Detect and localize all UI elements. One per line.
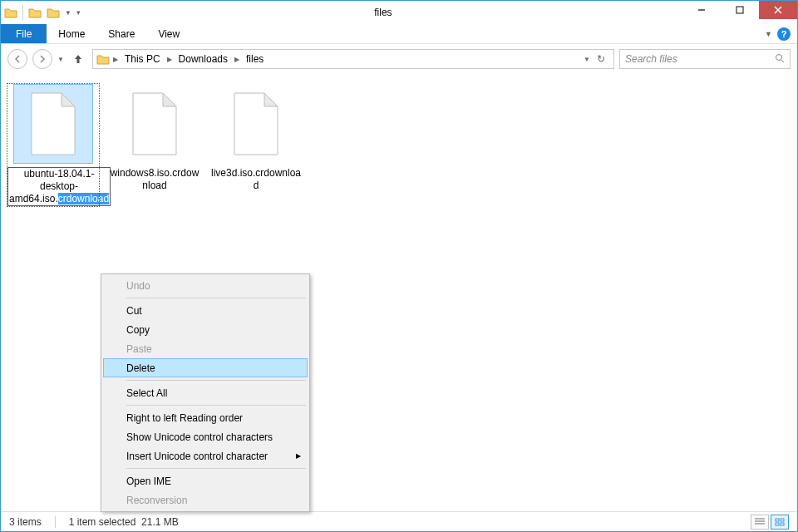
file-label-editing[interactable]: ubuntu-18.04.1-desktop-amd64.iso.crdownl… bbox=[7, 167, 111, 206]
status-bar: 3 items 1 item selected 21.1 MB bbox=[1, 511, 797, 531]
window-title: files bbox=[84, 7, 682, 18]
ctx-separator bbox=[126, 298, 306, 298]
quick-access-toolbar: ▼ ▾ bbox=[1, 1, 84, 24]
search-input[interactable]: Search files bbox=[619, 49, 791, 69]
crumb-this-pc[interactable]: This PC bbox=[121, 53, 164, 65]
ctx-rtl[interactable]: Right to left Reading order bbox=[103, 408, 308, 427]
svg-point-4 bbox=[776, 54, 782, 60]
title-bar: ▼ ▾ files bbox=[1, 1, 797, 24]
search-placeholder: Search files bbox=[625, 53, 775, 65]
maximize-button[interactable] bbox=[721, 1, 759, 19]
chevron-down-icon[interactable]: ▼ bbox=[584, 56, 590, 63]
folder-icon bbox=[96, 53, 110, 65]
chevron-down-icon[interactable]: ▼ bbox=[65, 9, 71, 17]
ctx-delete[interactable]: Delete bbox=[103, 358, 308, 377]
file-item-live3d[interactable]: live3d.iso.crdownload bbox=[210, 84, 302, 192]
help-icon[interactable]: ? bbox=[777, 27, 791, 41]
svg-line-5 bbox=[781, 60, 784, 62]
crumb-downloads[interactable]: Downloads bbox=[175, 53, 231, 65]
svg-rect-1 bbox=[736, 7, 743, 13]
file-icon bbox=[115, 84, 195, 164]
ctx-show-unicode[interactable]: Show Unicode control characters bbox=[103, 427, 308, 446]
chevron-right-icon[interactable]: ▶ bbox=[165, 56, 174, 63]
search-icon bbox=[775, 53, 785, 66]
ctx-copy[interactable]: Copy bbox=[103, 320, 308, 339]
status-count: 3 items bbox=[9, 516, 42, 528]
forward-button[interactable] bbox=[32, 49, 52, 69]
back-button[interactable] bbox=[7, 49, 27, 69]
ctx-insert-unicode[interactable]: Insert Unicode control character ▶ bbox=[103, 446, 308, 466]
svg-rect-11 bbox=[776, 523, 779, 525]
minimize-button[interactable] bbox=[682, 1, 721, 19]
expand-ribbon-icon[interactable]: ▼ bbox=[765, 30, 772, 38]
close-button[interactable] bbox=[759, 1, 797, 19]
file-icon bbox=[216, 84, 296, 164]
details-view-button[interactable] bbox=[751, 515, 769, 530]
recent-locations-icon[interactable]: ▼ bbox=[57, 56, 64, 63]
refresh-icon[interactable]: ↻ bbox=[597, 53, 605, 65]
svg-rect-10 bbox=[781, 519, 784, 521]
ctx-separator bbox=[126, 468, 306, 469]
file-icon bbox=[13, 84, 93, 164]
folder-dropdown-icon[interactable] bbox=[47, 7, 60, 18]
new-folder-icon[interactable] bbox=[28, 7, 42, 18]
svg-rect-9 bbox=[776, 519, 779, 521]
file-item-windows8[interactable]: windows8.iso.crdownload bbox=[109, 84, 200, 192]
ctx-separator bbox=[126, 380, 306, 381]
ctx-undo[interactable]: Undo bbox=[103, 276, 308, 295]
navigation-bar: ▼ ▶ This PC ▶ Downloads ▶ files ▼ ↻ Sear… bbox=[1, 44, 797, 74]
tab-home[interactable]: Home bbox=[47, 24, 96, 43]
ribbon-tabs: File Home Share View ▼ ? bbox=[1, 24, 797, 44]
context-menu: Undo Cut Copy Paste Delete Select All Ri… bbox=[101, 273, 310, 512]
svg-rect-12 bbox=[781, 523, 784, 525]
ctx-reconversion[interactable]: Reconversion bbox=[103, 490, 308, 510]
qat-overflow[interactable]: ▾ bbox=[76, 8, 81, 17]
file-list[interactable]: ubuntu-18.04.1-desktop-amd64.iso.crdownl… bbox=[1, 74, 797, 511]
file-label: windows8.iso.crdownload bbox=[109, 167, 200, 192]
ctx-open-ime[interactable]: Open IME bbox=[103, 471, 308, 490]
ctx-select-all[interactable]: Select All bbox=[103, 383, 308, 402]
ctx-paste[interactable]: Paste bbox=[103, 339, 308, 358]
tab-share[interactable]: Share bbox=[96, 24, 146, 43]
tab-view[interactable]: View bbox=[146, 24, 191, 43]
breadcrumb[interactable]: ▶ This PC ▶ Downloads ▶ files ▼ ↻ bbox=[92, 49, 614, 69]
up-button[interactable] bbox=[69, 50, 87, 68]
chevron-right-icon[interactable]: ▶ bbox=[233, 56, 241, 63]
file-label: live3d.iso.crdownload bbox=[210, 167, 302, 192]
icons-view-button[interactable] bbox=[771, 515, 789, 530]
status-separator bbox=[55, 516, 56, 528]
file-item-ubuntu[interactable]: ubuntu-18.04.1-desktop-amd64.iso.crdownl… bbox=[7, 84, 99, 206]
ctx-separator bbox=[126, 405, 306, 406]
folder-icon bbox=[4, 7, 17, 18]
crumb-files[interactable]: files bbox=[243, 53, 267, 65]
submenu-arrow-icon: ▶ bbox=[296, 452, 301, 460]
ctx-cut[interactable]: Cut bbox=[103, 301, 308, 320]
file-tab[interactable]: File bbox=[1, 24, 47, 43]
status-selected: 1 item selected 21.1 MB bbox=[69, 516, 179, 528]
window-controls bbox=[682, 1, 797, 24]
chevron-right-icon[interactable]: ▶ bbox=[111, 56, 120, 63]
qat-separator bbox=[22, 5, 23, 20]
